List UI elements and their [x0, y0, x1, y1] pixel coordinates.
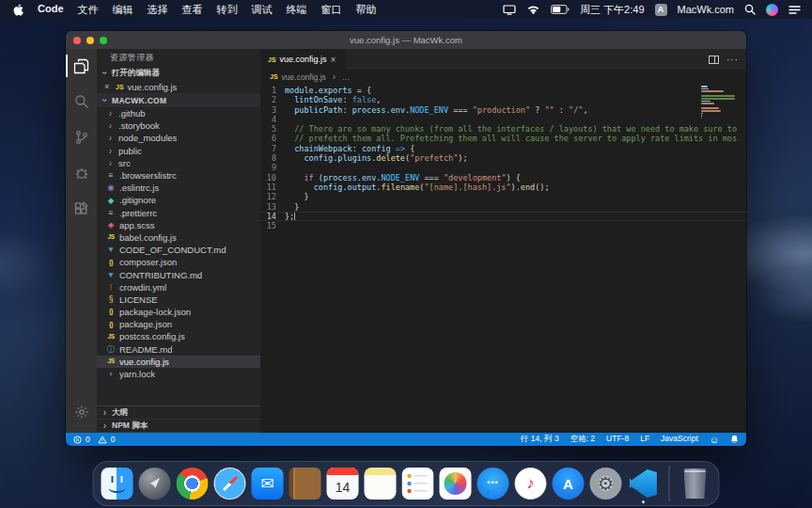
code-line-8[interactable]: 8 config.plugins.delete("prefetch");	[260, 153, 746, 163]
tree-file-.gitignore[interactable]: ◆.gitignore	[97, 194, 260, 206]
tree-file-CODE_OF_CONDUCT.md[interactable]: ▼CODE_OF_CONDUCT.md	[97, 244, 260, 256]
tree-file-composer.json[interactable]: {}composer.json	[97, 256, 260, 268]
window-title-bar[interactable]: vue.config.js — MacWk.com	[66, 31, 746, 49]
dock-reminders-icon[interactable]	[402, 468, 434, 500]
tree-file-crowdin.yml[interactable]: !crowdin.yml	[97, 281, 260, 294]
search-icon[interactable]	[66, 90, 97, 113]
breadcrumb-file[interactable]: vue.config.js	[282, 72, 326, 82]
zoom-window-button[interactable]	[100, 37, 107, 44]
menu-选择[interactable]: 选择	[148, 3, 168, 17]
close-icon[interactable]: ×	[104, 82, 112, 91]
errors-count[interactable]: 0	[86, 435, 90, 444]
minimap[interactable]	[701, 86, 735, 122]
source-control-icon[interactable]	[66, 126, 97, 149]
tree-file-package-lock.json[interactable]: {}package-lock.json	[97, 306, 260, 318]
status-item-3[interactable]: LF	[640, 434, 649, 445]
siri-icon[interactable]	[766, 4, 778, 16]
status-item-4[interactable]: JavaScript	[661, 434, 698, 445]
split-editor-icon[interactable]	[709, 56, 719, 64]
code-line-7[interactable]: 7 chainWebpack: config => {	[260, 144, 746, 153]
outline-section[interactable]: › 大纲	[97, 406, 260, 420]
wifi-icon[interactable]	[526, 5, 540, 15]
code-line-2[interactable]: 2 lintOnSave: false,	[260, 95, 746, 104]
tree-file-LICENSE[interactable]: §LICENSE	[97, 294, 260, 306]
code-line-12[interactable]: 12 }	[260, 192, 746, 201]
tree-folder-.github[interactable]: ›.github	[97, 107, 260, 119]
tree-file-CONTRIBUTING.md[interactable]: ▼CONTRIBUTING.md	[97, 268, 260, 280]
notification-center-icon[interactable]	[789, 5, 801, 15]
tree-file-vue.config.js[interactable]: JSvue.config.js	[97, 356, 260, 368]
notifications-bell-icon[interactable]	[730, 435, 739, 444]
dock-music-icon[interactable]: ♪	[515, 468, 547, 500]
breadcrumb-more[interactable]: …	[342, 72, 351, 82]
tree-folder-public[interactable]: ›public	[97, 145, 260, 157]
tree-file-postcss.config.js[interactable]: JSpostcss.config.js	[97, 330, 260, 342]
code-line-15[interactable]: 15	[260, 221, 746, 230]
menu-转到[interactable]: 转到	[217, 3, 238, 17]
status-item-1[interactable]: 空格: 2	[570, 434, 595, 445]
menu-bar-clock[interactable]: 周三 下午2:49	[580, 3, 644, 17]
menu-app-name[interactable]: Code	[38, 3, 64, 17]
code-line-9[interactable]: 9	[260, 163, 746, 172]
menu-终端[interactable]: 终端	[287, 3, 307, 17]
menu-查看[interactable]: 查看	[182, 3, 203, 17]
code-line-4[interactable]: 4	[260, 115, 746, 124]
breadcrumb[interactable]: JS vue.config.js › …	[260, 70, 746, 84]
code-line-6[interactable]: 6 // prefetch them all. Prefetching them…	[260, 134, 746, 143]
dock-contacts-icon[interactable]	[289, 468, 321, 500]
code-line-13[interactable]: 13 }	[260, 202, 746, 212]
code-line-5[interactable]: 5 // There are so many chunks (from all …	[260, 124, 746, 134]
dock-launchpad-icon[interactable]	[139, 468, 171, 500]
dock-notes-icon[interactable]	[365, 468, 397, 500]
spotlight-search-icon[interactable]	[744, 4, 756, 15]
explorer-icon[interactable]	[66, 55, 97, 77]
close-window-button[interactable]	[73, 37, 81, 44]
menu-文件[interactable]: 文件	[78, 3, 99, 17]
dock-safari-icon[interactable]	[214, 468, 246, 500]
tree-folder-node_modules[interactable]: ›node_modules	[97, 132, 260, 144]
menu-调试[interactable]: 调试	[252, 3, 273, 17]
battery-icon[interactable]	[551, 5, 570, 14]
npm-scripts-section[interactable]: › NPM 脚本	[97, 420, 260, 433]
warnings-icon[interactable]	[98, 436, 107, 444]
code-line-10[interactable]: 10 if (process.env.NODE_ENV === "develop…	[260, 173, 746, 183]
status-item-0[interactable]: 行 14, 列 3	[521, 434, 559, 445]
code-line-3[interactable]: 3 publicPath: process.env.NODE_ENV === "…	[260, 105, 746, 115]
menu-bar-account[interactable]: MacWk.com	[678, 4, 735, 15]
dock-settings-icon[interactable]: ⚙	[590, 468, 622, 500]
code-line-1[interactable]: 1module.exports = {	[260, 86, 746, 95]
menu-窗口[interactable]: 窗口	[321, 3, 342, 17]
dock-finder-icon[interactable]	[102, 468, 133, 500]
tree-folder-.storybook[interactable]: ›.storybook	[97, 119, 260, 132]
code-line-14[interactable]: 14};	[260, 212, 746, 221]
input-source-icon[interactable]: A	[655, 4, 667, 16]
tree-file-babel.config.js[interactable]: JSbabel.config.js	[97, 231, 260, 244]
dock-chrome-icon[interactable]	[177, 468, 209, 500]
dock-appstore-icon[interactable]: A	[553, 468, 585, 500]
tab-vue-config[interactable]: JS vue.config.js ×	[260, 49, 347, 70]
more-actions-icon[interactable]: ···	[726, 55, 739, 65]
dock-photos-icon[interactable]	[440, 468, 472, 500]
dock-mail-icon[interactable]: ✉	[252, 468, 284, 500]
open-editor-item[interactable]: × JS vue.config.js	[97, 80, 260, 93]
status-item-2[interactable]: UTF-8	[606, 434, 629, 445]
tree-file-README.md[interactable]: ⓘREADME.md	[97, 343, 260, 356]
dock-trash-icon[interactable]	[683, 468, 708, 499]
close-tab-icon[interactable]: ×	[331, 55, 338, 65]
warnings-count[interactable]: 0	[111, 435, 116, 444]
tree-file-yarn.lock[interactable]: ◗yarn.lock	[97, 368, 260, 380]
tree-file-package.json[interactable]: {}package.json	[97, 318, 260, 330]
minimize-window-button[interactable]	[86, 37, 94, 44]
errors-icon[interactable]	[73, 436, 82, 444]
menu-帮助[interactable]: 帮助	[356, 3, 377, 17]
feedback-smiley-icon[interactable]: ☺	[710, 435, 719, 445]
dock-calendar-icon[interactable]: 14	[327, 468, 359, 500]
dock-vscode-icon[interactable]	[628, 468, 660, 500]
open-editors-section[interactable]: › 打开的编辑器	[97, 66, 260, 80]
menu-编辑[interactable]: 编辑	[113, 3, 133, 17]
tree-file-.browserslistrc[interactable]: ≡.browserslistrc	[97, 169, 260, 182]
project-section-header[interactable]: › MACWK.COM	[97, 93, 260, 107]
tree-file-.prettierrc[interactable]: ≡.prettierrc	[97, 207, 260, 219]
code-editor[interactable]: 1module.exports = {2 lintOnSave: false,3…	[260, 84, 746, 433]
tree-file-.eslintrc.js[interactable]: ◉.eslintrc.js	[97, 182, 260, 194]
